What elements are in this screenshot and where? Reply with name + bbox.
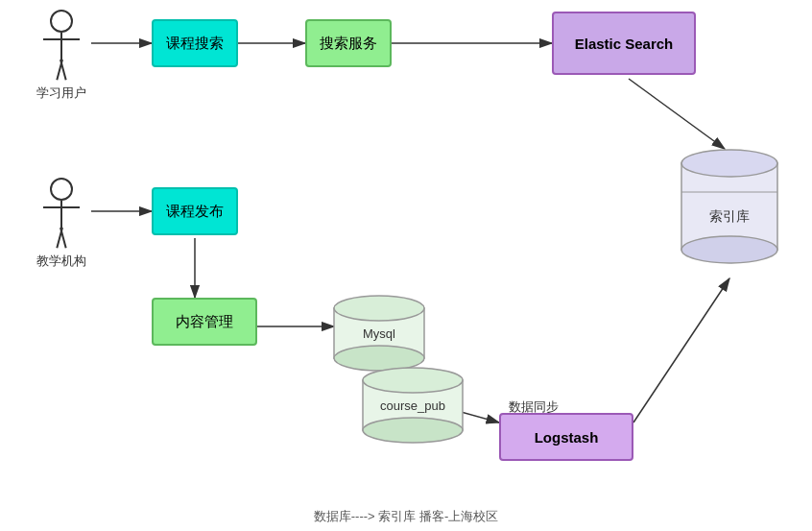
- svg-point-14: [681, 236, 777, 263]
- index-db-cylinder: 索引库: [672, 144, 787, 278]
- svg-point-12: [681, 150, 777, 177]
- user2-head: [50, 178, 73, 201]
- user1-figure: 学习用户: [36, 10, 86, 102]
- svg-text:course_pub: course_pub: [380, 398, 445, 413]
- user1-legs: [60, 60, 63, 81]
- svg-text:Mysql: Mysql: [363, 326, 395, 341]
- user1-arms: [43, 38, 80, 40]
- user2-legs: [60, 228, 63, 249]
- user1-head: [50, 10, 73, 33]
- svg-point-21: [363, 368, 463, 393]
- user2-label: 教学机构: [36, 253, 86, 270]
- user2-arms: [43, 206, 80, 208]
- svg-text:索引库: 索引库: [709, 208, 750, 224]
- course-publish-box: 课程发布: [152, 187, 238, 235]
- svg-line-9: [633, 278, 729, 422]
- diagram: 学习用户 课程搜索 搜索服务 Elastic Search 索引库 教学机构: [0, 0, 812, 531]
- course-search-box: 课程搜索: [152, 19, 238, 67]
- course-pub-db-cylinder: course_pub: [355, 365, 470, 451]
- user2-figure: 教学机构: [36, 178, 86, 270]
- user1-label: 学习用户: [36, 84, 86, 102]
- svg-point-17: [334, 296, 424, 321]
- svg-point-22: [363, 418, 463, 443]
- elastic-search-box: Elastic Search: [552, 12, 696, 75]
- watermark: 数据库----> 索引库 播客-上海校区: [0, 508, 812, 525]
- user2-body: [60, 201, 62, 228]
- logstash-box: Logstash: [499, 413, 633, 461]
- user1-body: [60, 33, 62, 60]
- svg-line-4: [629, 79, 725, 149]
- search-service-box: 搜索服务: [305, 19, 392, 67]
- content-manage-box: 内容管理: [152, 298, 257, 346]
